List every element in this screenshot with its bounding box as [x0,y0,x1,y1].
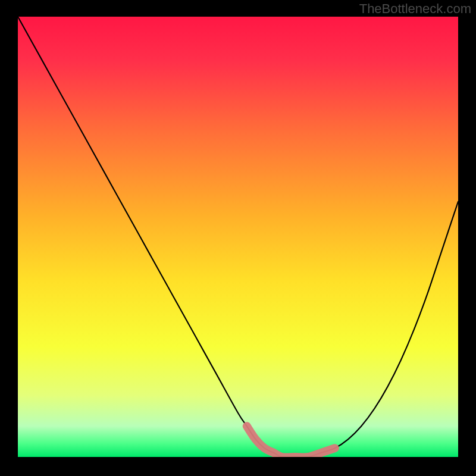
chart-svg [18,17,458,457]
watermark-text: TheBottleneck.com [359,1,471,17]
chart-plot-area [18,17,458,457]
chart-background-gradient [18,17,458,457]
